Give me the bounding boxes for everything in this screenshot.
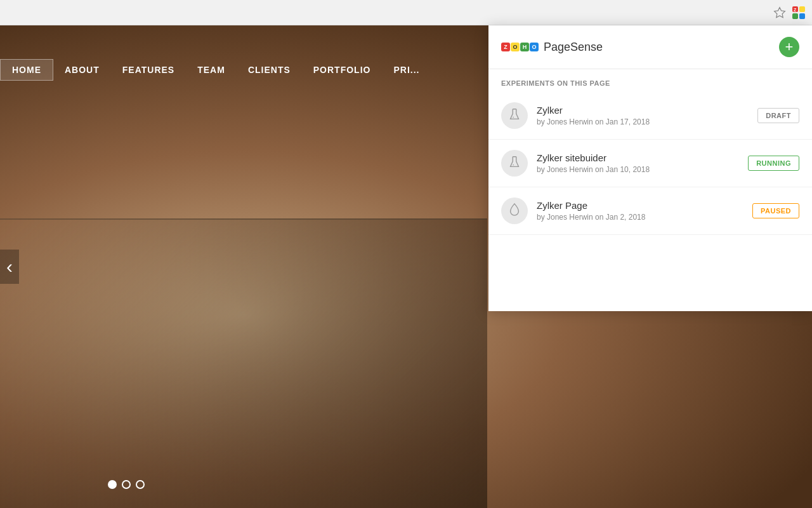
experiment-meta-3: by Jones Herwin on Jan 2, 2018: [537, 213, 743, 222]
status-badge-draft[interactable]: DRAFT: [757, 108, 799, 123]
experiment-item-3[interactable]: Zylker Page by Jones Herwin on Jan 2, 20…: [488, 187, 812, 235]
experiment-icon-2: [501, 150, 528, 177]
section-title: EXPERIMENTS ON THIS PAGE: [488, 69, 812, 92]
svg-point-6: [513, 116, 514, 117]
svg-marker-0: [775, 7, 785, 17]
nav-item-clients[interactable]: CLIENTS: [237, 60, 302, 80]
nav-item-features[interactable]: FEATURES: [111, 60, 186, 80]
zoho-h: H: [520, 43, 529, 51]
flask-icon-2: [508, 155, 521, 172]
svg-rect-4: [799, 13, 805, 19]
experiment-icon-3: [501, 197, 528, 224]
nav-item-pricing[interactable]: PRI...: [382, 60, 431, 80]
status-badge-paused[interactable]: PAUSED: [752, 203, 799, 218]
experiment-info-2: Zylker sitebuider by Jones Herwin on Jan…: [537, 152, 739, 174]
drop-icon-3: [508, 203, 521, 220]
nav-item-portfolio[interactable]: PORTFOLIO: [302, 60, 383, 80]
dot-3[interactable]: [136, 480, 145, 489]
star-icon[interactable]: [773, 6, 787, 20]
slider-dots: [108, 480, 145, 489]
dot-1[interactable]: [108, 480, 117, 489]
experiment-item-2[interactable]: Zylker sitebuider by Jones Herwin on Jan…: [488, 140, 812, 187]
experiment-item-1[interactable]: Zylker by Jones Herwin on Jan 17, 2018 D…: [488, 92, 812, 140]
add-experiment-button[interactable]: +: [779, 37, 799, 57]
svg-point-7: [513, 164, 514, 165]
keyboard-overlay: [0, 218, 487, 508]
panel-title: PageSense: [544, 41, 603, 54]
status-badge-running[interactable]: RUNNING: [748, 156, 799, 171]
dot-2[interactable]: [122, 480, 131, 489]
experiment-info-1: Zylker by Jones Herwin on Jan 17, 2018: [537, 105, 749, 126]
experiment-icon-1: [501, 102, 528, 129]
extension-icon[interactable]: Z: [792, 6, 806, 20]
zoho-z: Z: [501, 43, 510, 51]
nav-item-home[interactable]: HOME: [0, 59, 53, 81]
zoho-o: O: [511, 43, 520, 51]
browser-chrome-bar: Z: [0, 0, 812, 25]
pagesense-panel: Z O H O PageSense + EXPERIMENTS ON THIS …: [488, 25, 812, 311]
svg-rect-2: [799, 6, 805, 12]
slider-left-arrow[interactable]: ‹: [0, 250, 19, 284]
logo-area: Z O H O PageSense: [501, 41, 603, 54]
panel-header: Z O H O PageSense +: [488, 25, 812, 69]
zoho-logo: Z O H O: [501, 43, 539, 51]
experiment-info-3: Zylker Page by Jones Herwin on Jan 2, 20…: [537, 200, 743, 222]
experiment-name-3: Zylker Page: [537, 200, 743, 211]
zoho-o2: O: [530, 43, 539, 51]
nav-item-team[interactable]: TEAM: [186, 60, 237, 80]
nav-item-about[interactable]: ABOUT: [53, 60, 111, 80]
experiment-meta-1: by Jones Herwin on Jan 17, 2018: [537, 117, 749, 126]
flask-icon-1: [508, 107, 521, 124]
svg-rect-3: [792, 13, 798, 19]
website-nav: HOME ABOUT FEATURES TEAM CLIENTS PORTFOL…: [0, 25, 482, 114]
experiment-name-1: Zylker: [537, 105, 749, 116]
svg-text:Z: Z: [794, 8, 797, 12]
experiment-list: Zylker by Jones Herwin on Jan 17, 2018 D…: [488, 92, 812, 311]
experiment-name-2: Zylker sitebuider: [537, 152, 739, 163]
experiment-meta-2: by Jones Herwin on Jan 10, 2018: [537, 165, 739, 174]
